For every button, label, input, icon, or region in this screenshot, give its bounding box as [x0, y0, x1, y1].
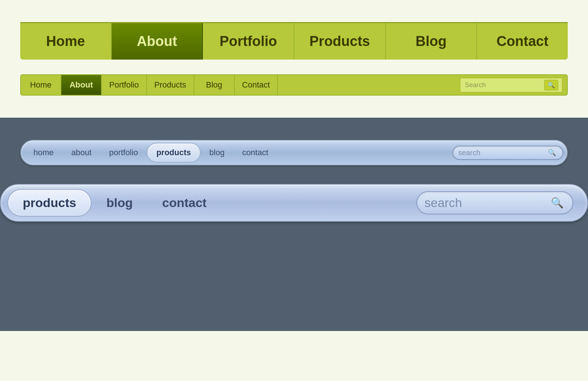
nav3-item-products[interactable]: products: [147, 143, 200, 163]
nav2-item-blog[interactable]: Blog: [194, 75, 235, 95]
nav2: Home About Portfolio Products Blog Conta…: [20, 74, 568, 96]
nav2-item-products[interactable]: Products: [147, 75, 194, 95]
nav1-item-home[interactable]: Home: [20, 23, 112, 60]
search-icon: [548, 82, 555, 88]
nav4-item-contact[interactable]: contact: [147, 190, 221, 216]
nav2-items: Home About Portfolio Products Blog Conta…: [21, 75, 455, 95]
nav4-search-button[interactable]: [549, 197, 565, 209]
nav4: products blog contact: [0, 184, 588, 222]
search-icon: [551, 197, 564, 209]
nav3-search-input[interactable]: [458, 149, 546, 157]
nav2-item-contact[interactable]: Contact: [235, 75, 278, 95]
nav3-item-contact[interactable]: contact: [233, 143, 277, 162]
nav2-search-input[interactable]: [463, 81, 544, 90]
nav3: home about portfolio products blog conta…: [20, 140, 568, 165]
nav3-search-box: [452, 146, 563, 160]
nav3-search-button[interactable]: [546, 149, 557, 157]
nav4-items: products blog contact: [7, 189, 416, 217]
nav4-search-box: [416, 191, 573, 214]
nav4-item-products[interactable]: products: [7, 189, 92, 217]
nav2-item-home[interactable]: Home: [21, 75, 61, 95]
nav1: Home About Portfolio Products Blog Conta…: [20, 22, 568, 60]
nav2-item-portfolio[interactable]: Portfolio: [102, 75, 147, 95]
nav1-item-contact[interactable]: Contact: [477, 23, 568, 60]
nav1-item-blog[interactable]: Blog: [386, 23, 477, 60]
nav4-search-input[interactable]: [424, 196, 549, 210]
search-icon: [548, 149, 556, 156]
nav1-item-about[interactable]: About: [112, 23, 203, 60]
nav3-item-portfolio[interactable]: portfolio: [100, 143, 147, 162]
nav4-item-blog[interactable]: blog: [92, 190, 147, 216]
nav2-search-box: [460, 78, 563, 93]
nav1-item-portfolio[interactable]: Portfolio: [203, 23, 294, 60]
nav1-item-products[interactable]: Products: [294, 23, 386, 60]
nav2-search-button[interactable]: [544, 80, 558, 90]
nav3-items: home about portfolio products blog conta…: [25, 143, 452, 163]
nav3-item-home[interactable]: home: [25, 143, 62, 162]
nav3-item-about[interactable]: about: [62, 143, 100, 162]
nav3-item-blog[interactable]: blog: [201, 143, 234, 162]
nav2-item-about[interactable]: About: [61, 75, 102, 95]
